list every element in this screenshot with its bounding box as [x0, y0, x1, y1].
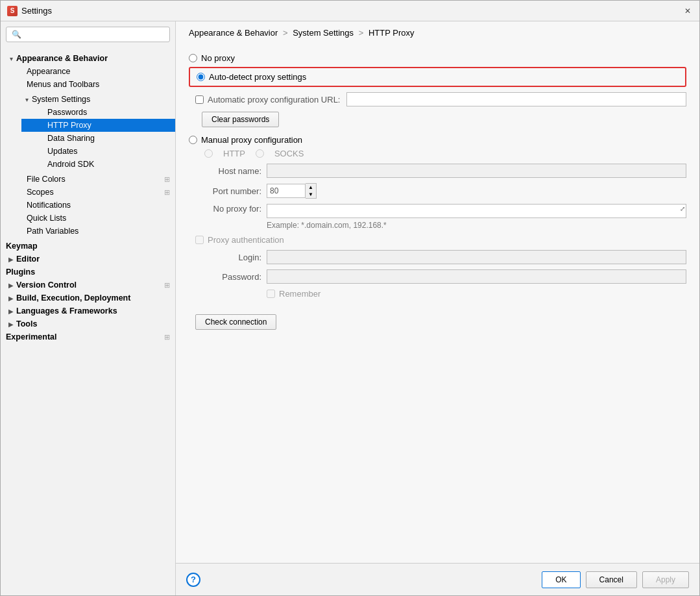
- port-number-label: Port number:: [195, 186, 267, 196]
- sidebar-item-scopes[interactable]: Scopes ⊞: [11, 186, 175, 199]
- apply-button[interactable]: Apply: [642, 571, 689, 588]
- auto-detect-label[interactable]: Auto-detect proxy settings: [209, 72, 306, 82]
- content-area: ▾ Appearance & Behavior Appearance Menus…: [1, 21, 699, 595]
- sidebar-item-label: Passwords: [47, 108, 87, 117]
- sidebar: ▾ Appearance & Behavior Appearance Menus…: [1, 21, 176, 595]
- sidebar-item-appearance[interactable]: Appearance: [11, 65, 175, 78]
- ok-button[interactable]: OK: [542, 571, 580, 588]
- remember-label[interactable]: Remember: [279, 289, 320, 299]
- proxy-auth-label[interactable]: Proxy authentication: [208, 235, 284, 245]
- sidebar-item-label: System Settings: [32, 95, 90, 104]
- login-label: Login:: [195, 253, 267, 262]
- auto-config-url-label[interactable]: Automatic proxy configuration URL:: [208, 95, 340, 105]
- no-proxy-option: No proxy: [189, 53, 686, 63]
- breadcrumb-part-3: HTTP Proxy: [368, 28, 415, 38]
- auto-detect-radio[interactable]: [197, 73, 205, 81]
- check-connection-button[interactable]: Check connection: [195, 314, 276, 330]
- sidebar-item-label: Notifications: [27, 201, 71, 210]
- sidebar-item-passwords[interactable]: Passwords: [21, 106, 175, 119]
- socks-type-label[interactable]: SOCKS: [274, 149, 304, 158]
- sidebar-item-label: Appearance: [27, 67, 70, 76]
- bottom-buttons: OK Cancel Apply: [542, 571, 689, 588]
- sidebar-item-updates[interactable]: Updates: [21, 145, 175, 158]
- sidebar-item-label: Quick Lists: [27, 214, 66, 223]
- no-proxy-radio[interactable]: [189, 54, 197, 62]
- auto-config-url-input[interactable]: [346, 92, 686, 106]
- auto-detect-box: Auto-detect proxy settings: [189, 67, 686, 87]
- sidebar-item-path-variables[interactable]: Path Variables: [11, 225, 175, 238]
- password-label: Password:: [195, 272, 267, 282]
- sidebar-item-menus-toolbars[interactable]: Menus and Toolbars: [11, 78, 175, 91]
- no-proxy-for-input[interactable]: [267, 204, 686, 218]
- sidebar-item-label: Appearance & Behavior: [16, 54, 108, 63]
- port-number-input[interactable]: 80: [267, 184, 306, 198]
- no-proxy-for-row: No proxy for: ⤢: [189, 204, 686, 218]
- sidebar-item-appearance-behavior[interactable]: ▾ Appearance & Behavior: [1, 52, 175, 65]
- breadcrumb-part-1: Appearance & Behavior: [189, 28, 278, 38]
- host-name-label: Host name:: [195, 166, 267, 176]
- sidebar-item-label: HTTP Proxy: [47, 121, 91, 130]
- scopes-badge: ⊞: [164, 188, 170, 197]
- vc-badge: ⊞: [164, 281, 170, 290]
- host-name-row: Host name:: [189, 164, 686, 178]
- manual-proxy-radio[interactable]: [189, 136, 197, 144]
- password-input[interactable]: [267, 269, 686, 284]
- expand-icon: ▾: [21, 96, 32, 103]
- http-type-radio[interactable]: [204, 149, 213, 158]
- port-increment-button[interactable]: ▲: [306, 184, 316, 191]
- sidebar-item-tools[interactable]: ▶ Tools: [1, 317, 175, 330]
- sidebar-item-system-settings[interactable]: ▾ System Settings: [11, 93, 175, 106]
- proxy-type-row: HTTP SOCKS: [189, 149, 686, 158]
- sidebar-item-label: Tools: [16, 319, 37, 329]
- check-connection-row: Check connection: [189, 308, 686, 330]
- sidebar-item-version-control[interactable]: ▶ Version Control ⊞: [1, 279, 175, 292]
- breadcrumb-sep-1: >: [283, 28, 288, 38]
- close-button[interactable]: ✕: [682, 6, 693, 16]
- title-bar: S Settings ✕: [1, 1, 699, 21]
- sidebar-item-experimental[interactable]: Experimental ⊞: [1, 330, 175, 343]
- sidebar-item-label: Languages & Frameworks: [16, 306, 117, 316]
- manual-proxy-label[interactable]: Manual proxy configuration: [201, 135, 302, 145]
- no-proxy-label[interactable]: No proxy: [201, 53, 235, 63]
- experimental-badge: ⊞: [164, 333, 170, 341]
- expand-icon[interactable]: ⤢: [680, 205, 685, 212]
- window-title: Settings: [21, 6, 52, 16]
- sidebar-item-editor[interactable]: ▶ Editor: [1, 253, 175, 266]
- proxy-auth-checkbox[interactable]: [195, 236, 204, 244]
- sidebar-item-plugins[interactable]: Plugins: [1, 266, 175, 279]
- clear-passwords-button[interactable]: Clear passwords: [202, 112, 279, 127]
- sidebar-item-file-colors[interactable]: File Colors ⊞: [11, 173, 175, 186]
- sidebar-item-android-sdk[interactable]: Android SDK: [21, 158, 175, 171]
- sidebar-item-notifications[interactable]: Notifications: [11, 199, 175, 212]
- search-input[interactable]: [6, 27, 170, 42]
- sidebar-item-label: Editor: [16, 255, 40, 264]
- help-button[interactable]: ?: [186, 573, 200, 587]
- port-spinbox: 80 ▲ ▼: [267, 183, 317, 199]
- sidebar-item-http-proxy[interactable]: HTTP Proxy: [21, 119, 175, 132]
- nav-children: Passwords HTTP Proxy Data Sharing Update…: [11, 106, 175, 171]
- cancel-button[interactable]: Cancel: [586, 571, 637, 588]
- sidebar-item-data-sharing[interactable]: Data Sharing: [21, 132, 175, 145]
- sidebar-item-label: Scopes: [27, 188, 54, 197]
- socks-type-radio[interactable]: [256, 149, 264, 158]
- sidebar-item-languages-frameworks[interactable]: ▶ Languages & Frameworks: [1, 304, 175, 317]
- auto-config-url-checkbox[interactable]: [195, 95, 204, 104]
- sidebar-item-label: Experimental: [6, 332, 57, 341]
- http-type-label[interactable]: HTTP: [223, 149, 245, 158]
- auto-config-url-row: Automatic proxy configuration URL:: [189, 92, 686, 106]
- sidebar-item-label: Updates: [47, 147, 78, 156]
- breadcrumb: Appearance & Behavior > System Settings …: [176, 21, 699, 43]
- sidebar-item-quick-lists[interactable]: Quick Lists: [11, 212, 175, 225]
- sidebar-item-keymap[interactable]: Keymap: [1, 240, 175, 253]
- expand-icon: ▶: [6, 282, 16, 289]
- remember-checkbox[interactable]: [267, 290, 275, 298]
- sidebar-item-build-execution[interactable]: ▶ Build, Execution, Deployment: [1, 292, 175, 304]
- sidebar-item-label: Path Variables: [27, 227, 78, 236]
- login-input[interactable]: [267, 250, 686, 264]
- settings-window: S Settings ✕ ▾ Appearance & Behavior App…: [0, 0, 700, 596]
- expand-icon: ▶: [6, 308, 16, 315]
- sidebar-item-label: Plugins: [6, 267, 35, 277]
- host-name-input[interactable]: [267, 164, 686, 178]
- sidebar-item-label: Build, Execution, Deployment: [16, 293, 130, 303]
- port-decrement-button[interactable]: ▼: [306, 191, 316, 198]
